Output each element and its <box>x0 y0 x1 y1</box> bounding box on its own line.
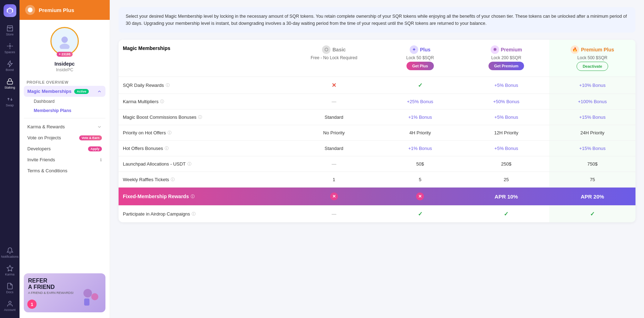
nav-item-terms[interactable]: Terms & Conditions <box>24 165 105 176</box>
th-premium-plus: 🔥 Premium Plus Lock 500 $SQR Deactivate <box>549 40 635 77</box>
td-feature: Priority on Hot Offers ⓘ <box>119 125 291 140</box>
svg-point-5 <box>9 301 11 304</box>
sidebar-nav: Profile Overview Magic Memberships Activ… <box>20 77 110 270</box>
tier-icon-plus: ✦ <box>410 45 418 54</box>
btn-deactivate[interactable]: Deactivate <box>577 62 608 71</box>
td-value: ✓ <box>377 206 463 222</box>
btn-get-plus[interactable]: Get Plus <box>406 62 434 70</box>
avatar-wrap: + 23195 <box>50 27 79 55</box>
sidebar-item-staking[interactable]: Staking <box>2 76 18 91</box>
th-premium: ❋ Premium Lock 200 $SQR Get Premium <box>463 40 550 77</box>
td-value: ✕ <box>291 188 377 205</box>
nav-item-developers[interactable]: Developers Apply <box>24 143 105 154</box>
sidebar-header: Premium Plus <box>20 0 110 20</box>
dash: — <box>332 99 336 104</box>
header-icon <box>25 5 35 15</box>
nav-item-vote-on-projects[interactable]: Vote on Projects Vote & Earn <box>24 132 105 143</box>
svg-marker-4 <box>7 266 13 271</box>
bonus-value: +15% Bonus <box>579 115 606 120</box>
bonus-value: +5% Bonus <box>495 146 518 151</box>
td-feature: Karma Multipliers ⓘ <box>119 94 291 109</box>
nav-item-magic-memberships[interactable]: Magic Memberships Active <box>24 86 105 97</box>
refer-banner[interactable]: REFER A FRIEND A FRIEND & EARN REWARDS! … <box>24 273 105 312</box>
nav-item-invite-friends[interactable]: Invite Friends ℹ <box>24 154 105 165</box>
sidebar: Premium Plus + 23195 Insidepc InsidePC P… <box>20 0 110 318</box>
table-header: Magic Memberships ⬡ Basic Free - No Lock… <box>119 40 635 77</box>
table-row: Karma Multipliers ⓘ—+25% Bonus+50% Bonus… <box>119 94 635 110</box>
td-feature: Fixed-Membership Rewards ⓘ <box>119 188 291 205</box>
icon-bar: Store Spaces Boost Staking Swap Notifica… <box>0 0 20 318</box>
tier-name-premium-plus: 🔥 Premium Plus <box>571 45 614 54</box>
td-value: APR 20% <box>549 188 635 205</box>
td-value: ✓ <box>377 77 463 94</box>
sidebar-item-notifications[interactable]: Notifications <box>2 245 18 261</box>
nav-sub-membership-plans[interactable]: Membership Plans <box>24 106 105 115</box>
tier-name-plus: ✦ Plus <box>410 45 431 54</box>
nav-label-developers: Developers <box>27 146 51 151</box>
nav-item-karma-rewards[interactable]: Karma & Rewards <box>24 121 105 132</box>
td-value: ✕ <box>291 77 377 94</box>
bonus-value: +1% Bonus <box>408 115 432 120</box>
tier-price-basic: Free - No Lock Required <box>311 55 357 60</box>
sidebar-item-docs[interactable]: Docs <box>2 280 18 296</box>
td-value: +50% Bonus <box>463 94 550 109</box>
tier-price-premium: Lock 200 $SQR <box>491 55 522 60</box>
sidebar-item-boost[interactable]: Boost <box>2 58 18 74</box>
circle-x-icon: ✕ <box>416 193 424 200</box>
info-icon[interactable]: ⓘ <box>171 177 175 182</box>
profile-handle: InsidePC <box>56 67 73 72</box>
info-icon[interactable]: ⓘ <box>191 194 195 199</box>
sidebar-item-karma[interactable]: Karma <box>2 263 18 278</box>
tier-price-premium-plus: Lock 500 $SQR <box>577 55 607 60</box>
info-icon[interactable]: ⓘ <box>187 161 191 167</box>
td-value: 24H Priority <box>549 125 635 140</box>
tier-icon-premium-plus: 🔥 <box>571 45 579 54</box>
nav-label-karma: Karma & Rewards <box>27 124 65 129</box>
svg-point-6 <box>28 7 32 12</box>
tier-icon-premium: ❋ <box>491 45 499 54</box>
info-icon[interactable]: ⓘ <box>166 83 170 88</box>
td-value: +15% Bonus <box>549 110 635 125</box>
table-row: Magic Boost Commissions Bonuses ⓘStandar… <box>119 110 635 125</box>
td-value: +10% Bonus <box>549 77 635 94</box>
app-logo[interactable] <box>4 4 16 17</box>
info-icon[interactable]: ⓘ <box>192 211 196 217</box>
table-row: Fixed-Membership Rewards ⓘ✕✕APR 10%APR 2… <box>119 188 635 206</box>
info-icon[interactable]: ⓘ <box>168 130 171 135</box>
td-value: ✕ <box>377 188 463 205</box>
td-value: 4H Priority <box>377 125 463 140</box>
sidebar-profile: + 23195 Insidepc InsidePC <box>20 20 110 77</box>
td-value: No Priority <box>291 125 377 140</box>
bonus-value: +100% Bonus <box>578 99 607 104</box>
sidebar-item-swap[interactable]: Swap <box>2 94 18 109</box>
sidebar-item-account[interactable]: Account <box>2 298 18 314</box>
td-value: Standard <box>291 110 377 125</box>
bonus-value: +5% Bonus <box>495 83 518 88</box>
btn-get-premium[interactable]: Get Premium <box>489 62 524 70</box>
info-box: Select your desired Magic Membership lev… <box>119 7 635 33</box>
td-feature: Magic Boost Commissions Bonuses ⓘ <box>119 110 291 125</box>
sidebar-item-spaces[interactable]: Spaces <box>2 40 18 56</box>
info-icon[interactable]: ⓘ <box>198 115 202 120</box>
svg-point-7 <box>61 37 68 43</box>
nav-label-vote: Vote on Projects <box>27 135 61 140</box>
td-feature: Participate in Airdrop Campaigns ⓘ <box>119 206 291 222</box>
sidebar-item-store[interactable]: Store <box>2 23 18 38</box>
td-value: +5% Bonus <box>463 77 550 94</box>
main-content: Select your desired Magic Membership lev… <box>110 0 644 318</box>
svg-rect-3 <box>7 81 12 84</box>
td-value: 25 <box>463 172 550 187</box>
td-value: 75 <box>549 172 635 187</box>
svg-point-10 <box>91 293 98 300</box>
table-row: Hot Offers Bonuses ⓘStandard+1% Bonus+5%… <box>119 141 635 156</box>
nav-section-label: Profile Overview <box>24 77 105 86</box>
membership-table: Magic Memberships ⬡ Basic Free - No Lock… <box>119 40 635 222</box>
check-icon: ✓ <box>418 211 422 217</box>
tier-icon-basic: ⬡ <box>322 45 331 54</box>
badge-vote-earn: Vote & Earn <box>79 135 102 140</box>
info-icon[interactable]: ⓘ <box>160 99 164 104</box>
nav-sub-dashboard[interactable]: Dashboard <box>24 97 105 106</box>
bonus-value: +15% Bonus <box>579 146 606 151</box>
info-icon[interactable]: ⓘ <box>165 146 169 151</box>
svg-point-2 <box>9 45 11 47</box>
